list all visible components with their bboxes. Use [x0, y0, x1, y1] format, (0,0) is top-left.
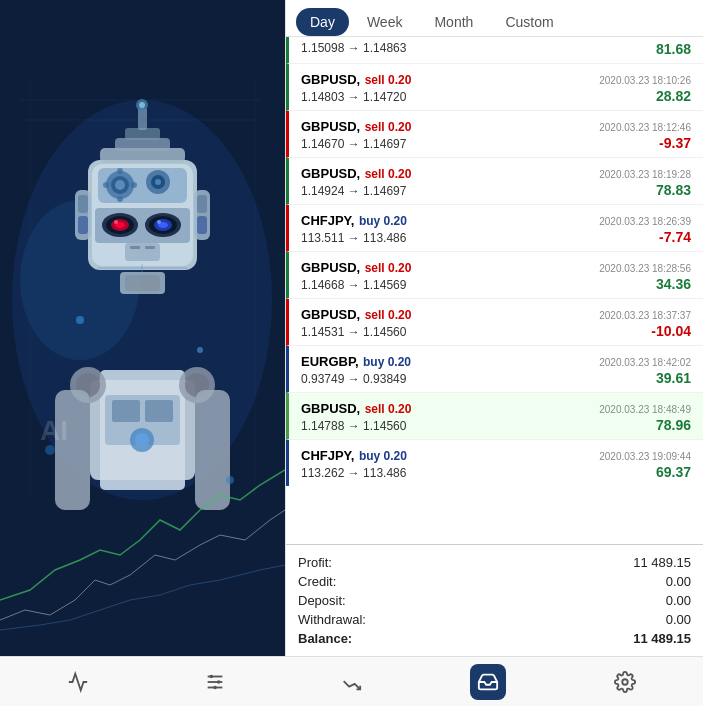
trade-direction: sell 0.20: [365, 120, 412, 134]
summary-section: Profit: 11 489.15 Credit: 0.00 Deposit: …: [286, 544, 703, 656]
svg-rect-39: [78, 216, 88, 234]
credit-label: Credit:: [298, 574, 336, 589]
trade-price-range: 0.93749 → 0.93849: [301, 372, 406, 386]
svg-rect-48: [138, 108, 147, 130]
settings-nav-icon[interactable]: [607, 664, 643, 700]
svg-point-17: [131, 182, 137, 188]
trade-item-first[interactable]: 1.15098 → 1.14863 81.68: [286, 37, 703, 64]
trade-direction: sell 0.20: [365, 261, 412, 275]
trade-direction: sell 0.20: [365, 73, 412, 87]
profit-row: Profit: 11 489.15: [298, 553, 691, 572]
trade-pnl: -7.74: [659, 229, 691, 245]
balance-value: 11 489.15: [633, 631, 691, 646]
credit-value: 0.00: [666, 574, 691, 589]
tab-month[interactable]: Month: [420, 8, 487, 36]
trade-price-range: 113.262 → 113.486: [301, 466, 406, 480]
trade-item[interactable]: GBPUSD, sell 0.20 2020.03.23 18:37:37 1.…: [286, 299, 703, 346]
trade-symbol: EURGBP,: [301, 354, 359, 369]
tab-day[interactable]: Day: [296, 8, 349, 36]
svg-point-33: [157, 220, 161, 224]
svg-rect-42: [197, 216, 207, 234]
stats-nav-icon[interactable]: [333, 664, 369, 700]
trade-price-range: 1.14924 → 1.14697: [301, 184, 406, 198]
svg-point-28: [114, 220, 118, 224]
trade-pnl: 28.82: [656, 88, 691, 104]
svg-point-70: [209, 674, 213, 678]
credit-row: Credit: 0.00: [298, 572, 691, 591]
trade-direction: buy 0.20: [359, 449, 407, 463]
trade-datetime: 2020.03.23 18:12:46: [599, 122, 691, 133]
trades-container: GBPUSD, sell 0.20 2020.03.23 18:10:26 1.…: [286, 64, 703, 486]
trade-price-range: 113.511 → 113.486: [301, 231, 406, 245]
svg-point-50: [139, 102, 145, 108]
svg-point-73: [213, 685, 217, 689]
trade-price-range: 1.14668 → 1.14569: [301, 278, 406, 292]
tab-week[interactable]: Week: [353, 8, 417, 36]
balance-label: Balance:: [298, 631, 352, 646]
trade-price-range: 1.14803 → 1.14720: [301, 90, 406, 104]
trade-direction: buy 0.20: [363, 355, 411, 369]
trade-item[interactable]: GBPUSD, sell 0.20 2020.03.23 18:19:28 1.…: [286, 158, 703, 205]
trade-item[interactable]: GBPUSD, sell 0.20 2020.03.23 18:28:56 1.…: [286, 252, 703, 299]
trade-pnl: 69.37: [656, 464, 691, 480]
right-panel: Day Week Month Custom 1.15098 → 1.14863 …: [285, 0, 703, 656]
trade-direction: sell 0.20: [365, 167, 412, 181]
main-container: AI Day: [0, 0, 703, 656]
svg-point-22: [155, 179, 161, 185]
trade-symbol: GBPUSD,: [301, 166, 360, 181]
balance-row: Balance: 11 489.15: [298, 629, 691, 648]
trade-price-range: 1.14670 → 1.14697: [301, 137, 406, 151]
svg-point-16: [103, 182, 109, 188]
trade-item[interactable]: GBPUSD, sell 0.20 2020.03.23 18:10:26 1.…: [286, 64, 703, 111]
robot-background: AI: [0, 0, 285, 656]
deposit-value: 0.00: [666, 593, 691, 608]
trade-item[interactable]: EURGBP, buy 0.20 2020.03.23 18:42:02 0.9…: [286, 346, 703, 393]
tab-custom[interactable]: Custom: [491, 8, 567, 36]
svg-rect-36: [145, 246, 155, 249]
svg-point-71: [217, 680, 221, 684]
trade-datetime: 2020.03.23 19:09:44: [599, 451, 691, 462]
trade-datetime: 2020.03.23 18:42:02: [599, 357, 691, 368]
trade-direction: buy 0.20: [359, 214, 407, 228]
svg-rect-52: [125, 275, 160, 291]
svg-rect-35: [130, 246, 140, 249]
trade-pnl: -9.37: [659, 135, 691, 151]
first-pnl: 81.68: [656, 41, 691, 57]
svg-point-64: [76, 316, 84, 324]
trade-pnl: 78.96: [656, 417, 691, 433]
trade-pnl: 78.83: [656, 182, 691, 198]
deposit-row: Deposit: 0.00: [298, 591, 691, 610]
trade-symbol: GBPUSD,: [301, 119, 360, 134]
trade-symbol: GBPUSD,: [301, 72, 360, 87]
svg-rect-57: [55, 390, 90, 510]
trade-item[interactable]: CHFJPY, buy 0.20 2020.03.23 18:26:39 113…: [286, 205, 703, 252]
inbox-nav-icon[interactable]: [470, 664, 506, 700]
bottom-nav: [0, 656, 703, 706]
trade-symbol: CHFJPY,: [301, 448, 354, 463]
trade-pnl: 39.61: [656, 370, 691, 386]
filter-nav-icon[interactable]: [197, 664, 233, 700]
first-price-range: 1.15098 → 1.14863: [301, 41, 406, 57]
trade-datetime: 2020.03.23 18:28:56: [599, 263, 691, 274]
trade-datetime: 2020.03.23 18:37:37: [599, 310, 691, 321]
deposit-label: Deposit:: [298, 593, 346, 608]
trade-symbol: CHFJPY,: [301, 213, 354, 228]
trade-item[interactable]: CHFJPY, buy 0.20 2020.03.23 19:09:44 113…: [286, 440, 703, 486]
svg-rect-7: [145, 400, 173, 422]
profit-value: 11 489.15: [633, 555, 691, 570]
svg-point-18: [117, 168, 123, 174]
trades-list[interactable]: 1.15098 → 1.14863 81.68 GBPUSD, sell 0.2…: [286, 37, 703, 544]
trade-symbol: GBPUSD,: [301, 307, 360, 322]
chart-nav-icon[interactable]: [60, 664, 96, 700]
svg-rect-41: [197, 195, 207, 213]
trade-item[interactable]: GBPUSD, sell 0.20 2020.03.23 18:48:49 1.…: [286, 393, 703, 440]
svg-rect-38: [78, 195, 88, 213]
trade-direction: sell 0.20: [365, 308, 412, 322]
trade-pnl: -10.04: [651, 323, 691, 339]
trade-datetime: 2020.03.23 18:19:28: [599, 169, 691, 180]
trade-item[interactable]: GBPUSD, sell 0.20 2020.03.23 18:12:46 1.…: [286, 111, 703, 158]
withdrawal-value: 0.00: [666, 612, 691, 627]
svg-point-9: [135, 433, 149, 447]
svg-point-65: [197, 347, 203, 353]
withdrawal-label: Withdrawal:: [298, 612, 366, 627]
